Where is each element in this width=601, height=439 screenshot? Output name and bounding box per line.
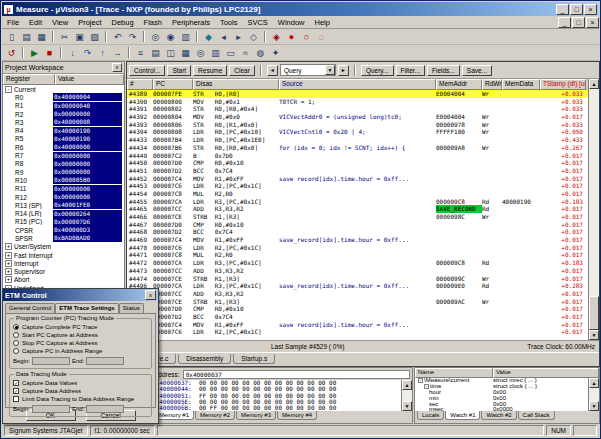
register-group-user-system[interactable]: +User/System bbox=[3, 243, 124, 251]
trace-row[interactable]: #4469000007C4MOV R1,#0xFFsave_record[idx… bbox=[127, 236, 588, 244]
menu-tools[interactable]: Tools bbox=[215, 18, 243, 27]
scroll-up-icon[interactable]: ▲ bbox=[402, 380, 412, 390]
trace-row[interactable]: #4450000007D0CMP R0,#0x10+0.017 bbox=[127, 159, 588, 167]
data-end-input[interactable] bbox=[86, 405, 124, 413]
find-icon[interactable]: ◎ bbox=[148, 30, 163, 44]
radio-option-start-pc-capture-at-address[interactable]: Start PC Capture at Address bbox=[13, 331, 148, 339]
register-row[interactable]: R10x00000040 bbox=[3, 102, 124, 110]
halt-icon[interactable]: ■ bbox=[42, 46, 57, 60]
new-file-icon[interactable]: ▯ bbox=[4, 30, 19, 44]
register-row[interactable]: R20x00000000 bbox=[3, 110, 124, 118]
register-row[interactable]: CPSR0x400000D3 bbox=[3, 226, 124, 234]
tab-call-stack[interactable]: Call Stack bbox=[518, 411, 555, 420]
bookmark-clear-icon[interactable]: ◇ bbox=[246, 30, 261, 44]
bookmark-prev-icon[interactable]: ◂ bbox=[216, 30, 231, 44]
trace-row[interactable]: #4451000007D2BCC 0x7C4+0.017 bbox=[127, 167, 588, 175]
menu-help[interactable]: Help bbox=[310, 18, 335, 27]
trace-column-header-[interactable]: # bbox=[127, 79, 153, 90]
tab-memory-2[interactable]: Memory #2 bbox=[195, 411, 235, 420]
trace-row[interactable]: #4499000007D0CMP R0,#0x10+0.017 bbox=[127, 305, 588, 313]
symbol-window-icon[interactable]: ◫ bbox=[163, 46, 178, 60]
trace-clear-button[interactable]: Clear bbox=[229, 65, 255, 76]
tab-etm-trace-settings[interactable]: ETM Trace Settings bbox=[55, 303, 118, 313]
trace-column-header-pc[interactable]: PC bbox=[153, 79, 193, 90]
pc-begin-input[interactable] bbox=[32, 357, 70, 365]
register-row[interactable]: R70x00000000 bbox=[3, 151, 124, 159]
memory-scrollbar[interactable]: ▲ ▼ bbox=[401, 380, 412, 411]
trace-window-icon[interactable]: ◍ bbox=[253, 46, 268, 60]
trace-column-header-memaddr[interactable]: MemAddr bbox=[436, 79, 482, 90]
trace-column-header-source[interactable]: Source bbox=[279, 79, 436, 90]
scroll-up-icon[interactable]: ▲ bbox=[589, 79, 599, 89]
analysis-window-icon[interactable]: ≈ bbox=[238, 46, 253, 60]
breakpoint-toggle-icon[interactable]: ● bbox=[284, 30, 299, 44]
menu-file[interactable]: File bbox=[2, 18, 24, 27]
register-row[interactable]: R15 (PC)0x000007D6 bbox=[3, 218, 124, 226]
register-row[interactable]: R80x00000000 bbox=[3, 160, 124, 168]
trace-column-header-memdata[interactable]: MemData bbox=[502, 79, 540, 90]
trace-row[interactable]: #4452000007C4MOV R1,#0xFFsave_record[idx… bbox=[127, 175, 588, 183]
menu-view[interactable]: View bbox=[47, 18, 73, 27]
trace-row[interactable]: #439200000804MOV R0,#0x0VICVectAddr0 = (… bbox=[127, 113, 588, 121]
mdi-close-button[interactable]: × bbox=[586, 17, 599, 28]
watch-scrollbar[interactable]: ▲ ▼ bbox=[588, 378, 599, 411]
trace-column-header-rdwr[interactable]: RdWr bbox=[482, 79, 502, 90]
radio-option-stop-pc-capture-at-address[interactable]: Stop PC Capture at Address bbox=[13, 339, 148, 347]
register-group-interrupt[interactable]: +Interrupt bbox=[3, 259, 124, 267]
trace-fields-button[interactable]: Fields... bbox=[427, 65, 460, 76]
trace-row[interactable]: #4498000007CESTRB R1,[R3]000009ACWr+0.01… bbox=[127, 298, 588, 306]
register-column-header[interactable]: Register bbox=[3, 74, 55, 85]
trace-row[interactable]: #4466000007CESTRB R1,[R3]0000098CWr+0.01… bbox=[127, 213, 588, 221]
collapse-icon[interactable]: - bbox=[418, 378, 423, 383]
register-row[interactable]: R00x40000004 bbox=[3, 93, 124, 101]
register-row[interactable]: R50x40000190 bbox=[3, 135, 124, 143]
trace-row[interactable]: #4470000007C6LDR R2,[PC,#0x1C]+0.017 bbox=[127, 244, 588, 252]
value-column-header[interactable]: Value bbox=[493, 368, 599, 378]
expand-icon[interactable]: + bbox=[5, 268, 12, 275]
debug-session-icon[interactable]: ◈ bbox=[269, 30, 284, 44]
trace-row[interactable]: #4434000007B6STR R0,[R0,#0x0]for (idx = … bbox=[127, 144, 588, 152]
query-combo[interactable]: Query▼ bbox=[280, 64, 336, 76]
trace-filter-button[interactable]: Filter... bbox=[396, 65, 426, 76]
trace-row[interactable]: #439000000800MOV R0,#0x1T0TCR = 1;+0.033 bbox=[127, 98, 588, 106]
expand-icon[interactable]: + bbox=[5, 276, 12, 283]
value-column-header[interactable]: Value bbox=[55, 74, 124, 85]
undo-icon[interactable]: ↶ bbox=[110, 30, 125, 44]
trace-row[interactable]: #4454000007C8MUL R2,R0+0.017 bbox=[127, 190, 588, 198]
trace-row[interactable]: #4500000007D2BCC 0x7C4+0.017 bbox=[127, 313, 588, 321]
close-icon[interactable]: x bbox=[112, 63, 122, 72]
register-row[interactable]: R100x000005B0 bbox=[3, 176, 124, 184]
query-next-icon[interactable]: ▸ bbox=[338, 65, 349, 76]
address-input[interactable] bbox=[183, 370, 410, 379]
expand-icon[interactable]: + bbox=[5, 252, 12, 259]
register-row[interactable]: R40x40000190 bbox=[3, 126, 124, 134]
radio-option-capture-complete-pc-trace[interactable]: Capture Complete PC Trace bbox=[13, 323, 148, 331]
query-prev-icon[interactable]: ◂ bbox=[267, 65, 278, 76]
open-file-icon[interactable]: ▤ bbox=[19, 30, 34, 44]
register-group-abort[interactable]: +Abort bbox=[3, 276, 124, 284]
reset-cpu-icon[interactable]: ↺ bbox=[4, 46, 19, 60]
paste-icon[interactable]: ▨ bbox=[87, 30, 102, 44]
breakpoint-enable-icon[interactable]: ○ bbox=[299, 30, 314, 44]
trace-row[interactable]: #4496000007CALDR R3,[PC,#0x1C]save_recor… bbox=[127, 282, 588, 290]
menu-project[interactable]: Project bbox=[73, 18, 106, 27]
trace-row[interactable]: #4474000007CESTRB R1,[R3]0000099CWr+0.01… bbox=[127, 275, 588, 283]
register-row[interactable]: R120x00000000 bbox=[3, 193, 124, 201]
register-row[interactable]: R30x40000008 bbox=[3, 118, 124, 126]
scroll-down-icon[interactable]: ▼ bbox=[589, 401, 599, 411]
collapse-icon[interactable]: - bbox=[5, 86, 12, 93]
cut-icon[interactable]: ✂ bbox=[57, 30, 72, 44]
trace-row[interactable]: #4449000007C2B 0x7D0+0.017 bbox=[127, 152, 588, 160]
register-row[interactable]: SPSR0xBAD0BAD0 bbox=[3, 234, 124, 242]
tab-watch-2[interactable]: Watch #2 bbox=[481, 411, 516, 420]
trace-row[interactable]: #4453000007C6LDR R2,[PC,#0x1C]+0.017 bbox=[127, 182, 588, 190]
scrollbar-track[interactable] bbox=[589, 89, 599, 330]
tab-disassembly[interactable]: Disassembly bbox=[178, 354, 231, 364]
scrollbar-track[interactable] bbox=[589, 388, 599, 401]
tab-watch-1[interactable]: Watch #1 bbox=[445, 411, 480, 420]
trace-row[interactable]: #4497000007CCADD R3,R3,R2+0.017 bbox=[127, 290, 588, 298]
disassembly-window-icon[interactable]: ▤ bbox=[148, 46, 163, 60]
trace-row[interactable]: #439400000808LDR R0,[PC,#0x10]VICVectCnt… bbox=[127, 128, 588, 136]
serial-window-icon[interactable]: ▭ bbox=[223, 46, 238, 60]
register-group-supervisor[interactable]: +Supervisor bbox=[3, 268, 124, 276]
